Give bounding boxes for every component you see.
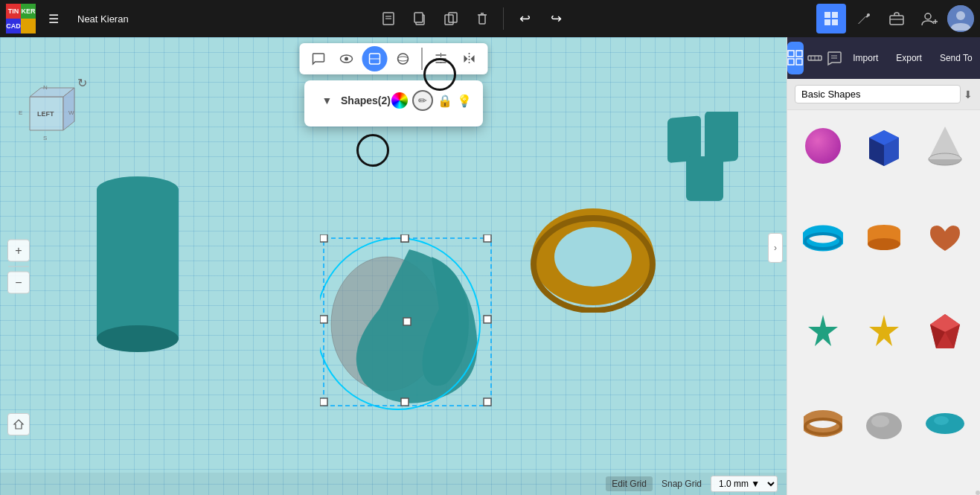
shape-item-sphere[interactable] bbox=[796, 119, 850, 204]
svg-point-14 bbox=[867, 13, 870, 16]
shape-tool[interactable] bbox=[362, 46, 387, 71]
svg-point-101 bbox=[934, 416, 949, 425]
visibility-tool[interactable] bbox=[333, 46, 359, 71]
ellipse-shape bbox=[925, 410, 965, 437]
briefcase-button[interactable] bbox=[882, 4, 912, 33]
svg-rect-58 bbox=[401, 234, 409, 242]
pencil-circle[interactable]: ✏ bbox=[412, 90, 433, 111]
shape-item-star-teal[interactable] bbox=[796, 304, 850, 389]
shape-item-cylinder[interactable] bbox=[857, 211, 911, 296]
cylinder-shape bbox=[865, 225, 903, 252]
undo-button[interactable]: ↩ bbox=[511, 5, 538, 32]
add-user-button[interactable] bbox=[915, 4, 944, 33]
home-button[interactable] bbox=[7, 413, 30, 435]
selected-shape-group[interactable]: ↻ ▲ bbox=[320, 234, 499, 413]
shape-item-box[interactable] bbox=[857, 119, 911, 204]
shape-preview-cone bbox=[923, 124, 967, 168]
shapes-grid bbox=[787, 110, 980, 491]
logo-cad: CAD bbox=[6, 19, 21, 33]
svg-point-89 bbox=[868, 238, 900, 250]
bottom-status: Edit Grid Snap Grid 1.0 mm ▼ 0.5 mm 0.25… bbox=[0, 473, 787, 495]
viewport[interactable]: ▼ Shapes(2) ✏ 🔒 💡 LEFT S N bbox=[0, 37, 787, 495]
svg-rect-4 bbox=[414, 13, 423, 22]
redo-button[interactable]: ↪ bbox=[542, 5, 569, 32]
svg-text:W: W bbox=[68, 109, 74, 116]
copy-button[interactable] bbox=[406, 5, 433, 32]
shape-item-pebble[interactable] bbox=[857, 397, 911, 482]
svg-rect-53 bbox=[320, 316, 327, 323]
torus-shape bbox=[803, 222, 843, 255]
svg-point-96 bbox=[805, 415, 841, 432]
avatar[interactable] bbox=[947, 5, 974, 32]
top-bar: TIN KER CAD ☰ Neat Kieran ↩ ↪ bbox=[0, 0, 980, 37]
expand-icon[interactable]: › bbox=[768, 233, 783, 263]
hamburger-button[interactable]: ☰ bbox=[39, 4, 68, 33]
shape-item-gem[interactable] bbox=[918, 304, 972, 389]
svg-marker-43 bbox=[14, 420, 23, 429]
grid-view-button[interactable] bbox=[816, 4, 846, 33]
duplicate-button[interactable] bbox=[438, 5, 464, 32]
shapes-popup-header: ▼ Shapes(2) ✏ 🔒 💡 bbox=[315, 88, 473, 113]
panel-expand-button[interactable]: › bbox=[768, 233, 783, 263]
mirror-tool[interactable] bbox=[456, 46, 481, 71]
star-teal-shape bbox=[804, 312, 842, 351]
shape-item-ellipse[interactable] bbox=[918, 397, 972, 482]
main-area: ▼ Shapes(2) ✏ 🔒 💡 LEFT S N bbox=[0, 37, 980, 495]
svg-marker-91 bbox=[869, 315, 899, 346]
svg-rect-68 bbox=[788, 51, 794, 57]
svg-rect-45 bbox=[97, 190, 179, 339]
shape-preview-sphere bbox=[801, 124, 845, 168]
shape-item-heart[interactable] bbox=[918, 211, 972, 296]
shape-preview-ellipse bbox=[923, 401, 967, 446]
svg-rect-65 bbox=[667, 115, 701, 163]
edit-grid-button[interactable]: Edit Grid bbox=[606, 476, 653, 491]
snap-grid-select[interactable]: 1.0 mm ▼ 0.5 mm 0.25 mm bbox=[711, 476, 778, 492]
tools-button[interactable] bbox=[849, 4, 879, 33]
delete-button[interactable] bbox=[469, 5, 496, 32]
svg-point-26 bbox=[397, 54, 408, 64]
shape-item-cone[interactable] bbox=[918, 119, 972, 204]
color-wheel[interactable] bbox=[391, 92, 408, 109]
svg-rect-11 bbox=[832, 12, 838, 18]
gem-shape bbox=[927, 313, 963, 350]
svg-point-17 bbox=[925, 13, 931, 19]
svg-text:N: N bbox=[43, 84, 48, 91]
svg-rect-54 bbox=[484, 316, 491, 323]
svg-point-27 bbox=[397, 57, 408, 61]
svg-rect-67 bbox=[686, 156, 723, 201]
new-button[interactable] bbox=[375, 5, 402, 32]
logo-tin: TIN bbox=[6, 4, 21, 19]
orbit-tool[interactable] bbox=[390, 46, 415, 71]
light-icon[interactable]: 💡 bbox=[457, 94, 472, 108]
shape-item-ring[interactable] bbox=[796, 397, 850, 482]
shape-preview-box bbox=[862, 124, 906, 168]
panel-tab-grid[interactable] bbox=[787, 42, 804, 74]
zoom-separator bbox=[8, 266, 29, 266]
export-button[interactable]: Export bbox=[888, 50, 929, 66]
shape-preview-heart bbox=[923, 216, 967, 261]
zoom-out-button[interactable]: − bbox=[7, 271, 30, 293]
import-button[interactable]: Import bbox=[845, 50, 885, 66]
panel-tab-notes[interactable] bbox=[826, 42, 842, 74]
teal-objects-top-right bbox=[660, 112, 749, 211]
svg-marker-34 bbox=[470, 55, 474, 63]
panel-tab-measure[interactable] bbox=[807, 42, 823, 74]
zoom-in-button[interactable]: + bbox=[7, 239, 30, 261]
scrollbar[interactable] bbox=[976, 491, 980, 495]
comment-tool[interactable] bbox=[305, 46, 330, 71]
shape-category-select[interactable]: Basic Shapes bbox=[795, 85, 961, 103]
lock-icon[interactable]: 🔒 bbox=[438, 94, 452, 108]
heart-shape bbox=[926, 221, 964, 255]
align-tool[interactable] bbox=[428, 46, 453, 71]
popup-dropdown-arrow[interactable]: ▼ bbox=[315, 88, 340, 113]
shape-item-torus[interactable] bbox=[796, 211, 850, 296]
scroll-indicator bbox=[787, 491, 980, 495]
send-to-button[interactable]: Send To bbox=[932, 50, 980, 66]
logo-box: TIN KER CAD bbox=[6, 4, 36, 33]
svg-rect-59 bbox=[403, 318, 411, 325]
svg-point-99 bbox=[871, 415, 889, 427]
shape-preview-gem bbox=[923, 309, 967, 354]
svg-rect-66 bbox=[705, 112, 738, 164]
cone-shape bbox=[926, 125, 964, 167]
shape-item-star-yellow[interactable] bbox=[857, 304, 911, 389]
